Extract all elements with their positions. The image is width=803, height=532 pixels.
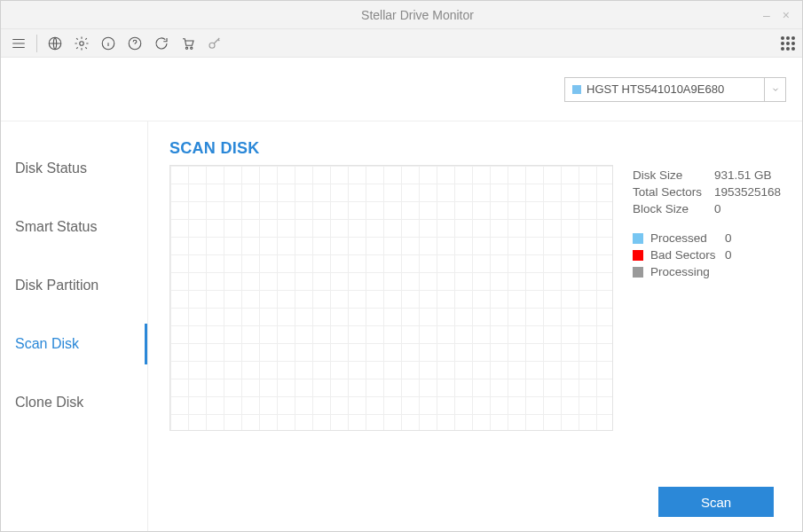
sidebar-item-label: Scan Disk xyxy=(15,336,79,351)
globe-icon[interactable] xyxy=(44,33,66,54)
drive-color-swatch xyxy=(572,85,581,94)
key-icon[interactable] xyxy=(204,33,225,54)
close-button[interactable]: × xyxy=(783,8,790,22)
info-icon[interactable] xyxy=(98,33,119,54)
minimize-button[interactable]: – xyxy=(763,8,770,22)
cart-icon[interactable] xyxy=(177,33,199,54)
sidebar-item-label: Disk Partition xyxy=(15,278,98,293)
help-icon[interactable] xyxy=(124,33,146,54)
sidebar-item-disk-partition[interactable]: Disk Partition xyxy=(1,269,147,302)
toolbar-separator xyxy=(36,35,37,52)
toolbar xyxy=(1,29,802,58)
sidebar-item-label: Clone Disk xyxy=(15,395,83,410)
sidebar-item-label: Disk Status xyxy=(15,160,87,176)
total-sectors-value: 1953525168 xyxy=(714,185,781,199)
bad-sectors-value: 0 xyxy=(725,248,732,262)
svg-point-5 xyxy=(191,47,193,49)
processing-label: Processing xyxy=(650,265,725,278)
svg-point-6 xyxy=(209,43,215,48)
sidebar-item-smart-status[interactable]: Smart Status xyxy=(1,210,147,244)
window-title: Stellar Drive Monitor xyxy=(72,8,763,22)
processing-swatch xyxy=(633,267,643,278)
svg-point-1 xyxy=(80,41,84,45)
sidebar: Disk Status Smart Status Disk Partition … xyxy=(1,121,147,531)
processed-swatch xyxy=(633,233,643,244)
scan-button[interactable]: Scan xyxy=(658,487,774,517)
sidebar-item-label: Smart Status xyxy=(15,219,97,234)
scan-info-panel: Disk Size931.51 GB Total Sectors19535251… xyxy=(633,165,781,473)
chevron-down-icon[interactable] xyxy=(764,78,785,101)
scan-grid xyxy=(169,165,613,431)
disk-size-label: Disk Size xyxy=(633,168,714,182)
block-size-value: 0 xyxy=(714,202,721,215)
refresh-icon[interactable] xyxy=(151,33,172,54)
sidebar-item-disk-status[interactable]: Disk Status xyxy=(1,152,147,185)
sidebar-item-scan-disk[interactable]: Scan Disk xyxy=(1,327,147,361)
block-size-label: Block Size xyxy=(633,202,714,215)
disk-size-value: 931.51 GB xyxy=(714,168,772,182)
section-title: SCAN DISK xyxy=(169,139,781,158)
apps-grid-icon[interactable] xyxy=(781,36,795,51)
bad-sectors-swatch xyxy=(633,250,643,261)
processed-value: 0 xyxy=(725,231,732,245)
drive-select[interactable]: HGST HTS541010A9E680 xyxy=(564,77,786,102)
total-sectors-label: Total Sectors xyxy=(633,185,714,199)
processed-label: Processed xyxy=(650,231,725,245)
drive-selector-row: HGST HTS541010A9E680 xyxy=(1,58,802,121)
gear-icon[interactable] xyxy=(71,33,92,54)
svg-point-4 xyxy=(185,47,187,49)
menu-icon[interactable] xyxy=(8,33,29,54)
title-bar: Stellar Drive Monitor – × xyxy=(1,1,802,29)
sidebar-item-clone-disk[interactable]: Clone Disk xyxy=(1,386,147,419)
bad-sectors-label: Bad Sectors xyxy=(650,248,725,262)
drive-select-value: HGST HTS541010A9E680 xyxy=(587,82,764,96)
